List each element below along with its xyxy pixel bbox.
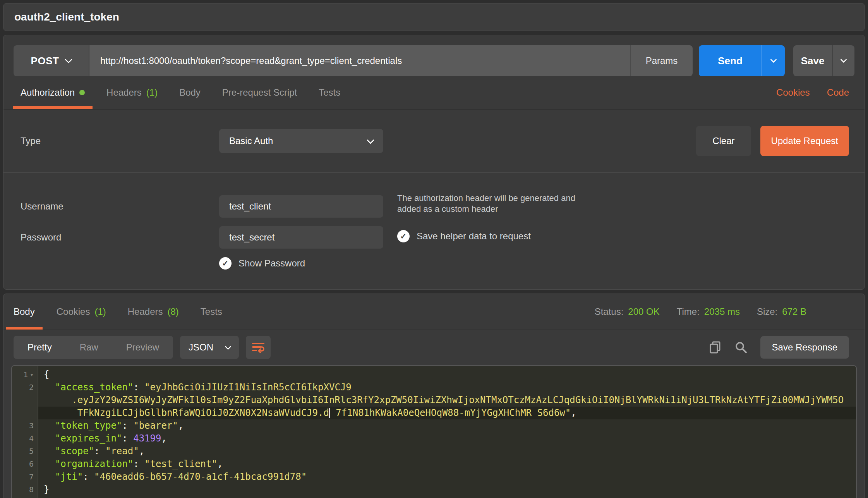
line-number: 8 bbox=[12, 483, 38, 496]
code-line[interactable]: } bbox=[38, 483, 856, 496]
chevron-down-icon bbox=[770, 56, 777, 63]
tab-response-cookies[interactable]: Cookies (1) bbox=[57, 294, 106, 330]
code-line[interactable]: "scope": "read", bbox=[38, 445, 856, 458]
code-row[interactable]: 6 "organization": "test_client", bbox=[12, 458, 856, 471]
code-row[interactable]: 3 "token_type": "bearer", bbox=[12, 419, 856, 432]
code-line[interactable]: "expires_in": 43199, bbox=[38, 432, 856, 445]
type-label: Type bbox=[21, 136, 219, 146]
tab-authorization[interactable]: Authorization bbox=[21, 76, 85, 109]
format-value: JSON bbox=[189, 342, 213, 353]
request-panel: POST http://host1:8000/oauth/token?scope… bbox=[3, 35, 865, 290]
username-label: Username bbox=[21, 201, 219, 212]
show-password-checkbox[interactable]: ✓ bbox=[219, 257, 232, 270]
auth-helper-note: The authorization header will be generat… bbox=[397, 193, 637, 215]
username-input[interactable] bbox=[219, 195, 383, 218]
chevron-down-icon bbox=[841, 56, 847, 63]
tab-response-body[interactable]: Body bbox=[14, 294, 35, 330]
code-line[interactable]: "token_type": "bearer", bbox=[38, 419, 856, 432]
tab-label: Tests bbox=[201, 306, 222, 317]
chevron-down-icon bbox=[65, 56, 72, 64]
tab-label: Body bbox=[14, 306, 35, 317]
tab-label: Authorization bbox=[21, 87, 75, 98]
line-number bbox=[12, 394, 38, 407]
tab-count: (1) bbox=[146, 87, 158, 98]
code-row[interactable]: 4 "expires_in": 43199, bbox=[12, 432, 856, 445]
save-button[interactable]: Save bbox=[793, 45, 832, 76]
view-raw-button[interactable]: Raw bbox=[66, 336, 112, 359]
line-number: 5 bbox=[12, 445, 38, 458]
tab-body[interactable]: Body bbox=[179, 76, 201, 109]
url-input[interactable]: http://host1:8000/oauth/token?scope=read… bbox=[89, 45, 630, 76]
save-response-button[interactable]: Save Response bbox=[760, 336, 849, 359]
send-split-button: Send bbox=[699, 45, 785, 76]
code-line[interactable]: { bbox=[38, 368, 856, 381]
auth-helper: The authorization header will be generat… bbox=[397, 193, 637, 242]
save-helper-label: Save helper data to request bbox=[417, 231, 531, 242]
cookies-link[interactable]: Cookies bbox=[776, 87, 810, 98]
view-preview-button[interactable]: Preview bbox=[112, 336, 173, 359]
tab-label: Tests bbox=[319, 87, 340, 98]
code-line[interactable]: .eyJzY29wZSI6WyJyZWFkIl0sIm9yZ2FuaXphdGl… bbox=[38, 394, 856, 407]
checkmark-icon: ✓ bbox=[400, 232, 407, 241]
tab-count: (8) bbox=[167, 306, 178, 317]
tab-label: Pre-request Script bbox=[222, 87, 297, 98]
time-value: 2035 ms bbox=[704, 306, 740, 317]
request-tabs: Authorization Headers (1) Body Pre-reque… bbox=[3, 76, 865, 110]
code-row[interactable]: 5 "scope": "read", bbox=[12, 445, 856, 458]
wrap-text-icon bbox=[252, 342, 265, 353]
save-options-button[interactable] bbox=[832, 45, 854, 76]
password-label: Password bbox=[21, 232, 219, 243]
tab-label: Cookies bbox=[57, 306, 90, 317]
request-title: oauth2_client_token bbox=[14, 11, 119, 23]
tab-response-headers[interactable]: Headers (8) bbox=[128, 294, 179, 330]
auth-type-dropdown[interactable]: Basic Auth bbox=[219, 129, 383, 153]
code-row[interactable]: 7 "jti": "460eadd6-b657-4d70-a1cf-41bcac… bbox=[12, 471, 856, 483]
tab-tests[interactable]: Tests bbox=[319, 76, 340, 109]
checkmark-icon: ✓ bbox=[222, 259, 229, 268]
save-split-button: Save bbox=[793, 45, 854, 76]
tab-response-tests[interactable]: Tests bbox=[201, 294, 222, 330]
tab-label: Headers bbox=[128, 306, 163, 317]
code-row[interactable]: TFkNzgiLCJjbGllbnRfaWQiOiJ0ZXN0X2NsaWVud… bbox=[12, 407, 856, 419]
send-button[interactable]: Send bbox=[699, 45, 762, 76]
code-link[interactable]: Code bbox=[827, 87, 849, 98]
tab-headers[interactable]: Headers (1) bbox=[106, 76, 158, 109]
chevron-down-icon bbox=[225, 343, 232, 350]
code-row[interactable]: 8} bbox=[12, 483, 856, 496]
time-group: Time: 2035 ms bbox=[677, 306, 740, 317]
copy-button[interactable] bbox=[709, 341, 722, 354]
send-options-button[interactable] bbox=[762, 45, 785, 76]
code-row[interactable]: .eyJzY29wZSI6WyJyZWFkIl0sIm9yZ2FuaXphdGl… bbox=[12, 394, 856, 407]
save-helper-checkbox[interactable]: ✓ bbox=[397, 230, 410, 242]
code-line[interactable]: "access_token": "eyJhbGciOiJIUzI1NiIsInR… bbox=[38, 381, 856, 394]
tab-pre-request-script[interactable]: Pre-request Script bbox=[222, 76, 297, 109]
response-status-cluster: Status: 200 OK Time: 2035 ms Size: 672 B bbox=[578, 294, 806, 330]
update-request-button[interactable]: Update Request bbox=[760, 126, 849, 156]
code-line[interactable]: TFkNzgiLCJjbGllbnRfaWQiOiJ0ZXN0X2NsaWVud… bbox=[38, 407, 856, 419]
size-group: Size: 672 B bbox=[757, 306, 806, 317]
url-group: POST http://host1:8000/oauth/token?scope… bbox=[14, 45, 693, 76]
code-line[interactable]: "jti": "460eadd6-b657-4d70-a1cf-41bcac99… bbox=[38, 471, 856, 483]
code-line[interactable]: "organization": "test_client", bbox=[38, 458, 856, 471]
line-number bbox=[12, 407, 38, 419]
password-input[interactable] bbox=[219, 226, 383, 249]
view-pretty-button[interactable]: Pretty bbox=[14, 336, 66, 359]
method-dropdown[interactable]: POST bbox=[14, 45, 89, 76]
code-row[interactable]: 2 "access_token": "eyJhbGciOiJIUzI1NiIsI… bbox=[12, 381, 856, 394]
title-bar: oauth2_client_token bbox=[3, 3, 865, 31]
params-button[interactable]: Params bbox=[630, 45, 693, 76]
wrap-text-button[interactable] bbox=[246, 336, 271, 359]
status-label: Status: bbox=[595, 306, 624, 317]
url-text: http://host1:8000/oauth/token?scope=read… bbox=[100, 55, 402, 66]
fold-caret-icon[interactable]: ▾ bbox=[30, 368, 34, 381]
auth-type-value: Basic Auth bbox=[229, 136, 273, 146]
auth-credentials: Username Password ✓ Show Password The au… bbox=[3, 173, 865, 290]
response-toolbar-right: Save Response bbox=[709, 336, 849, 359]
search-button[interactable] bbox=[735, 341, 747, 354]
response-code[interactable]: 1▾{2 "access_token": "eyJhbGciOiJIUzI1Ni… bbox=[11, 365, 857, 498]
clear-button[interactable]: Clear bbox=[696, 126, 751, 156]
size-value: 672 B bbox=[782, 306, 806, 317]
format-dropdown[interactable]: JSON bbox=[180, 336, 239, 359]
search-icon bbox=[735, 341, 747, 354]
code-row[interactable]: 1▾{ bbox=[12, 368, 856, 381]
